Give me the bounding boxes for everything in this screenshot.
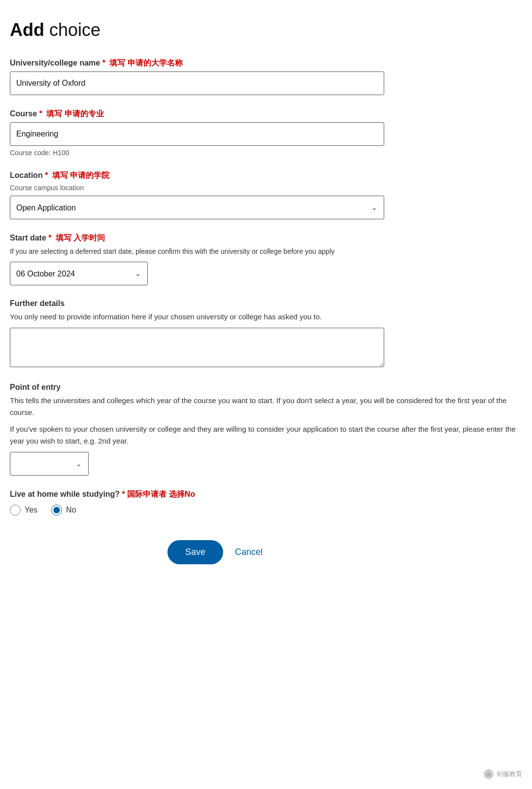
save-button[interactable]: Save <box>167 540 223 564</box>
university-label: University/college name * 填写 申请的大学名称 <box>10 58 522 69</box>
start-date-label: Start date * 填写 入学时间 <box>10 233 522 243</box>
further-details-hint: You only need to provide information her… <box>10 311 522 323</box>
course-required-star: * <box>39 109 42 118</box>
further-details-textarea[interactable] <box>10 328 384 367</box>
live-at-home-required-star: * <box>122 490 125 498</box>
action-row: Save Cancel <box>10 540 522 564</box>
course-input[interactable] <box>10 122 384 146</box>
location-select[interactable]: Open Application Main Campus Satellite C… <box>10 196 384 219</box>
location-section: Location * 填写 申请的学院 Course campus locati… <box>10 171 522 219</box>
start-date-annotation: 填写 入学时间 <box>56 234 105 242</box>
further-details-section: Further details You only need to provide… <box>10 299 522 369</box>
live-at-home-yes-label: Yes <box>25 506 37 515</box>
live-at-home-label: Live at home while studying? * 国际申请者 选择N… <box>10 489 522 500</box>
location-select-wrapper: Open Application Main Campus Satellite C… <box>10 196 384 219</box>
live-at-home-radio-group: Yes No <box>10 505 522 515</box>
start-date-select-wrapper: 06 October 2024 06 October 2025 06 Octob… <box>10 262 148 285</box>
course-label: Course * 填写 申请的专业 <box>10 109 522 119</box>
course-section: Course * 填写 申请的专业 Course code: H100 <box>10 109 522 157</box>
university-section: University/college name * 填写 申请的大学名称 <box>10 58 522 95</box>
start-date-required-star: * <box>48 234 51 242</box>
live-at-home-yes-option[interactable]: Yes <box>10 505 37 515</box>
university-input[interactable] <box>10 71 384 95</box>
further-details-label: Further details <box>10 299 522 308</box>
watermark: ✿ 剑藤教育 <box>484 769 522 779</box>
deferred-hint: If you are selecting a deferred start da… <box>10 246 522 257</box>
course-code-hint: Course code: H100 <box>10 149 522 157</box>
live-at-home-section: Live at home while studying? * 国际申请者 选择N… <box>10 489 522 515</box>
university-annotation: 填写 申请的大学名称 <box>109 59 182 67</box>
point-of-entry-section: Point of entry This tells the universiti… <box>10 383 522 476</box>
location-label: Location * 填写 申请的学院 <box>10 171 522 181</box>
watermark-icon: ✿ <box>484 769 494 779</box>
university-required-star: * <box>102 59 105 67</box>
location-annotation: 填写 申请的学院 <box>52 171 109 179</box>
watermark-text: 剑藤教育 <box>497 770 522 779</box>
cancel-button[interactable]: Cancel <box>235 547 263 557</box>
live-at-home-yes-radio[interactable] <box>10 505 21 515</box>
page-title: Add choice <box>10 20 522 40</box>
start-date-section: Start date * 填写 入学时间 If you are selectin… <box>10 233 522 285</box>
point-of-entry-body-2: If you've spoken to your chosen universi… <box>10 423 522 447</box>
point-of-entry-select-wrapper: 1st year 2nd year 3rd year 4th year ⌄ <box>10 452 89 476</box>
course-annotation: 填写 申请的专业 <box>46 109 103 118</box>
live-at-home-no-radio[interactable] <box>51 505 62 515</box>
point-of-entry-select[interactable]: 1st year 2nd year 3rd year 4th year <box>10 452 89 476</box>
point-of-entry-body-1: This tells the universities and colleges… <box>10 395 522 418</box>
live-at-home-no-label: No <box>66 506 76 515</box>
location-hint: Course campus location <box>10 184 522 192</box>
live-at-home-annotation: 国际申请者 选择No <box>127 490 195 498</box>
location-required-star: * <box>45 171 48 179</box>
point-of-entry-label: Point of entry <box>10 383 522 392</box>
start-date-select[interactable]: 06 October 2024 06 October 2025 06 Octob… <box>10 262 148 285</box>
live-at-home-no-option[interactable]: No <box>51 505 76 515</box>
